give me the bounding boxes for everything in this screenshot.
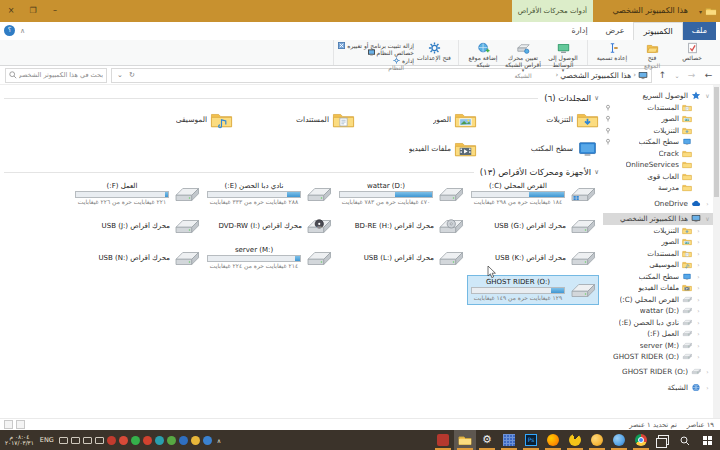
sidebar-item[interactable]: ‹الصور	[603, 236, 713, 248]
sidebar-item[interactable]: مدرسة	[603, 182, 713, 194]
app-globe-icon[interactable]	[203, 436, 212, 445]
details-view-button[interactable]	[4, 420, 13, 429]
chevron-collapsed-icon[interactable]: ‹	[695, 250, 702, 257]
chevron-down-icon[interactable]: ∨	[594, 168, 599, 176]
sidebar-item[interactable]: ‹GHOST RIDER (O:)	[603, 366, 713, 378]
collapse-ribbon-icon[interactable]: ∧	[20, 27, 25, 35]
sidebar-item[interactable]: التنزيلات	[603, 125, 713, 137]
chevron-collapsed-icon[interactable]: ‹	[695, 273, 702, 280]
sidebar-item[interactable]: Crack	[603, 148, 713, 160]
drives-section-title[interactable]: الأجهزة ومحركات الأقراص (١٣)	[480, 167, 592, 177]
drive-tile[interactable]: GHOST RIDER (O:)١٢٩ غيغابايت حرة من ١٤٩ …	[467, 275, 599, 305]
app-blue-icon[interactable]	[179, 436, 188, 445]
chevron-collapsed-icon[interactable]: ‹	[704, 384, 711, 391]
folder-tile[interactable]: التنزيلات	[477, 105, 599, 134]
forward-button[interactable]: →	[685, 70, 698, 80]
display-icon[interactable]	[83, 437, 92, 444]
sidebar-item[interactable]: ‹OneDrive	[603, 198, 713, 210]
sidebar-item[interactable]: ∨هذا الكمبيوتر الشخصي	[603, 213, 713, 225]
tab-view[interactable]: عرض	[597, 22, 634, 40]
refresh-icon[interactable]: ↻	[127, 71, 137, 79]
sidebar-item[interactable]: ‹سطح المكتب	[603, 271, 713, 283]
tab-file[interactable]: ملف	[683, 22, 716, 40]
volume-icon[interactable]	[71, 437, 80, 444]
messenger-green-icon[interactable]	[131, 436, 140, 445]
sidebar-item[interactable]: ‹نادي دبا الحصن (E:)	[603, 317, 713, 329]
sidebar-item[interactable]: العاب قوى	[603, 171, 713, 183]
media-orange-taskbar-button[interactable]	[586, 430, 608, 450]
task-view-taskbar-button[interactable]	[652, 430, 674, 450]
thumbnails-view-button[interactable]	[16, 420, 25, 429]
drive-tile[interactable]: القرص المحلي (C:)١٨٤ غيغابايت حرة من ٢٩٨…	[467, 179, 599, 209]
app-blue-sphere-taskbar-button[interactable]	[608, 430, 630, 450]
address-dropdown-icon[interactable]: ⌄	[115, 71, 125, 79]
drive-tile[interactable]: محرك أقراص USB (N:)	[71, 243, 203, 273]
app-green-icon[interactable]	[167, 436, 176, 445]
firefox-taskbar-button[interactable]	[542, 430, 564, 450]
language-indicator[interactable]: ENG	[37, 436, 57, 444]
sidebar-item[interactable]: سطح المكتب	[603, 136, 713, 148]
drive-tile[interactable]: محرك أقراص USB (G:)	[467, 211, 599, 241]
chevron-collapsed-icon[interactable]: ‹	[695, 261, 702, 268]
start-taskbar-button[interactable]	[696, 430, 718, 450]
sidebar-item[interactable]: ‹المستندات	[603, 248, 713, 260]
search-input[interactable]: بحث في هذا الكمبيوتر الشخصي	[5, 68, 107, 83]
qat-customize-icon[interactable]: ▾	[699, 8, 702, 15]
access-media-button[interactable]: الوصول إلى الوسائط▾	[543, 41, 583, 72]
app-red-icon[interactable]	[143, 436, 152, 445]
chevron-collapsed-icon[interactable]: ‹	[704, 368, 711, 375]
properties-button[interactable]: خصائص	[672, 41, 712, 62]
up-button[interactable]: ↑	[656, 70, 669, 80]
drive-tile[interactable]: DVDمحرك أقراص DVD-RW (I:)	[203, 211, 335, 241]
open-folder-button[interactable]: فتح	[632, 41, 672, 62]
map-network-drive-button[interactable]: تعيين محرك أقراص الشبكة▾	[503, 41, 543, 72]
help-icon[interactable]: ؟	[4, 25, 15, 36]
antivirus-shield-icon[interactable]	[119, 436, 128, 445]
sidebar-item[interactable]: ‹الشبكة	[603, 382, 713, 394]
sidebar-item[interactable]: ‹server (M:)	[603, 340, 713, 352]
chevron-collapsed-icon[interactable]: ‹	[695, 353, 702, 360]
sidebar-item[interactable]: ‹العمل (F:)	[603, 328, 713, 340]
chevron-collapsed-icon[interactable]: ‹	[695, 330, 702, 337]
chrome-taskbar-button[interactable]	[630, 430, 652, 450]
folder-tile[interactable]: ملفات الفيديو	[355, 134, 477, 163]
sidebar-item[interactable]: ‹القرص المحلي (C:)	[603, 294, 713, 306]
recent-locations-icon[interactable]: ⌄	[673, 72, 681, 79]
drive-tile[interactable]: محرك أقراص USB (L:)	[335, 243, 467, 273]
sidebar-item[interactable]: ‹GHOST RIDER (O:)	[603, 351, 713, 363]
drive-tile[interactable]: محرك أقراص USB (J:)	[71, 211, 203, 241]
chevron-collapsed-icon[interactable]: ‹	[695, 342, 702, 349]
sidebar-item[interactable]: الصور	[603, 113, 713, 125]
chevron-expanded-icon[interactable]: ∨	[704, 92, 711, 99]
photoshop-taskbar-button[interactable]: Ps	[520, 430, 542, 450]
chevron-collapsed-icon[interactable]: ‹	[695, 227, 702, 234]
add-network-location-button[interactable]: إضافة موقع شبكة	[463, 41, 503, 68]
sidebar-scrollbar[interactable]	[713, 85, 720, 418]
folder-tile[interactable]: الصور	[355, 105, 477, 134]
usb-device-icon[interactable]	[95, 437, 104, 444]
uninstall-button[interactable]: إزالة تثبيت برنامج أو تغييره	[338, 42, 414, 49]
sidebar-item[interactable]: OnlineServices	[603, 159, 713, 171]
sidebar-item[interactable]: ‹الموسيقى	[603, 259, 713, 271]
chevron-down-icon[interactable]: ∨	[594, 94, 599, 102]
media-player-red-icon[interactable]	[107, 436, 116, 445]
settings-taskbar-button[interactable]: ⚙	[476, 430, 498, 450]
search-taskbar-button[interactable]	[674, 430, 696, 450]
chevron-collapsed-icon[interactable]: ‹	[695, 307, 702, 314]
settings-button[interactable]: فتح الإعدادات	[414, 41, 454, 62]
drive-tile[interactable]: wattar (D:)٤٧٠ غيغابايت حرة من ٧٨٣ غيغاب…	[335, 179, 467, 209]
chevron-collapsed-icon[interactable]: ‹	[704, 200, 711, 207]
back-button[interactable]: ←	[702, 70, 715, 80]
hidden-icons-chevron-icon[interactable]: ∧	[215, 437, 223, 444]
chevron-expanded-icon[interactable]: ∨	[704, 215, 711, 222]
rename-button[interactable]: إعادة تسمية	[592, 41, 632, 62]
chevron-collapsed-icon[interactable]: ‹	[695, 319, 702, 326]
app-yellow-icon[interactable]	[191, 436, 200, 445]
app-teal-icon[interactable]	[155, 436, 164, 445]
chevron-collapsed-icon[interactable]: ‹	[695, 238, 702, 245]
tab-manage[interactable]: إدارة	[563, 22, 597, 40]
file-explorer-taskbar-button[interactable]	[454, 430, 476, 450]
sidebar-item[interactable]: ‹التنزيلات	[603, 225, 713, 237]
scrollbar-thumb[interactable]	[714, 87, 719, 197]
media-yellow-taskbar-button[interactable]	[564, 430, 586, 450]
